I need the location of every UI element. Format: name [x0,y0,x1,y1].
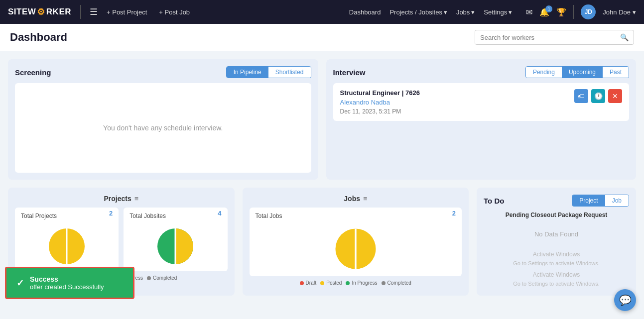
post-job-button[interactable]: + Post Job [156,6,193,18]
chevron-down-icon: ▾ [509,8,512,16]
jobs-legend-completed-dot [382,281,386,285]
legend-completed: Completed [147,275,177,281]
jobs-card: Jobs ≡ Total Jobs 2 Draft [243,188,469,296]
jobs-section-title: Jobs [344,195,360,203]
tag-action-button[interactable]: 🏷 [574,89,588,103]
activate-title-2: Activate Windows [484,270,629,280]
interview-actions: 🏷 🕐 ✕ [574,89,622,103]
tab-past[interactable]: Past [603,67,629,78]
jobs-pie-chart [333,226,378,271]
total-jobs-box: Total Jobs 2 [250,208,462,276]
toast-check-icon: ✓ [16,278,24,289]
total-projects-box: Total Projects 2 [15,208,119,271]
todo-card: To Do Project Job Pending Closeout Packa… [477,188,636,296]
total-projects-count: 2 [109,210,113,217]
brand-logo: SITEW⚙RKER [8,6,71,17]
mail-icon-button[interactable]: ✉ [526,7,532,17]
notification-bell-button[interactable]: 🔔 1 [539,7,549,17]
hamburger-button[interactable]: ☰ [90,6,98,17]
tab-upcoming[interactable]: Upcoming [562,67,603,78]
interview-title: Interview [333,68,366,77]
toast-message: offer created Successfully [30,283,104,291]
todo-pending-title: Pending Closeout Package Request [484,212,629,218]
total-jobsites-label: Total Jobsites [129,213,166,219]
todo-header: To Do Project Job [484,195,629,207]
jobs-legend-in-progress-dot [346,281,350,285]
post-project-button[interactable]: + Post Project [104,6,150,18]
tab-pending[interactable]: Pending [526,67,562,78]
total-jobsites-count: 4 [218,210,221,217]
screening-empty-state: You don't have any schedule interview. [15,83,311,173]
jobs-pie-chart-container [256,226,456,271]
jobs-legend-draft-dot [300,281,304,285]
toast-title: Success [30,275,104,283]
notification-badge: 1 [545,5,552,12]
interview-person-name: Alexandro Nadba [340,99,420,106]
interview-job-title: Structural Engineer | 7626 [340,89,420,97]
nav-link-jobs[interactable]: Jobs ▾ [456,8,475,16]
jobs-legend-posted-dot [320,281,324,285]
nav-main: Dashboard Projects / Jobsites ▾ Jobs ▾ S… [349,4,636,19]
navbar: SITEW⚙RKER ☰ + Post Project + Post Job D… [0,0,644,24]
toast-text: Success offer created Successfully [30,275,104,291]
activate-title-1: Activate Windows [484,250,629,259]
screening-tab-group: In Pipeline Shortlisted [226,66,311,78]
page-title: Dashboard [10,31,67,44]
activate-msg-2: Go to Settings to activate Windows. [484,280,629,289]
todo-tab-group: Project Job [572,195,629,207]
total-jobs-count: 2 [452,210,456,217]
tab-project[interactable]: Project [572,195,605,206]
total-jobs-label: Total Jobs [256,213,282,219]
trophy-icon-button[interactable]: 🏆 [556,7,566,17]
jobs-legend-in-progress: In Progress [346,280,377,286]
projects-section-title: Projects [104,195,131,203]
activate-msg-1: Go to Settings to activate Windows. [484,259,629,268]
nav-link-dashboard[interactable]: Dashboard [349,8,381,16]
avatar-button[interactable]: JD [581,4,596,19]
clock-action-button[interactable]: 🕐 [591,89,605,103]
screening-card: Screening In Pipeline Shortlisted You do… [8,59,318,180]
search-input[interactable] [475,31,615,44]
jobs-list-icon: ≡ [363,195,367,203]
activate-windows-notice: Activate Windows Go to Settings to activ… [484,250,629,289]
chevron-down-icon: ▾ [444,8,447,16]
user-name-dropdown[interactable]: John Doe ▾ [603,8,636,16]
projects-section-title-row: Projects ≡ [15,195,228,203]
nav-link-projects[interactable]: Projects / Jobsites ▾ [389,8,447,16]
jobs-section-title-row: Jobs ≡ [250,195,462,203]
list-icon: ≡ [134,195,138,203]
projects-pie-chart-container [21,226,113,266]
tab-shortlisted[interactable]: Shortlisted [268,67,311,78]
chevron-down-icon: ▾ [471,8,475,16]
search-bar: 🔍 [475,30,634,45]
navbar-divider [80,5,81,19]
main-content: Screening In Pipeline Shortlisted You do… [0,51,644,304]
total-projects-label: Total Projects [21,213,57,219]
screening-title: Screening [15,68,51,77]
interview-item: Structural Engineer | 7626 Alexandro Nad… [333,83,630,121]
jobsites-pie-chart-container [129,226,221,266]
nav-divider [573,5,574,19]
toast-container: ✓ Success offer created Successfully [5,267,134,299]
success-toast: ✓ Success offer created Successfully [5,267,134,299]
interview-card: Interview Pending Upcoming Past Structur… [326,59,637,180]
projects-pie-chart [47,226,87,266]
nav-icons: ✉ 🔔 1 🏆 JD John Doe ▾ [526,4,636,19]
todo-no-data: No Data Found [484,222,629,246]
search-button[interactable]: 🔍 [615,30,634,44]
tab-job[interactable]: Job [605,195,629,206]
close-action-button[interactable]: ✕ [608,89,622,103]
chevron-down-icon: ▾ [633,8,636,16]
jobs-legend: Draft Posted In Progress Completed [250,280,462,286]
todo-title: To Do [484,197,504,205]
interview-item-info: Structural Engineer | 7626 Alexandro Nad… [340,89,420,115]
nav-link-settings[interactable]: Settings ▾ [484,8,512,16]
jobs-legend-posted: Posted [320,280,342,286]
projects-inner: Total Projects 2 Total Jobsites [15,208,228,271]
logo-icon: ⚙ [37,6,45,17]
interview-date: Dec 11, 2023, 5:31 PM [340,108,420,115]
pie-yellow [175,228,193,264]
tab-in-pipeline[interactable]: In Pipeline [227,67,268,78]
legend-completed-dot [147,276,151,280]
jobs-legend-completed: Completed [382,280,411,286]
